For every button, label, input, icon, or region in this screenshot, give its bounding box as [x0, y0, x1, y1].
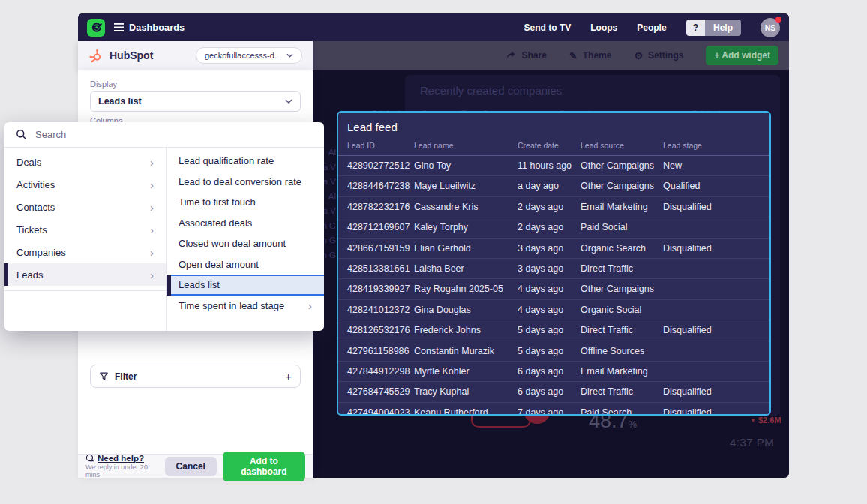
lead-cell [663, 218, 770, 238]
metric-item-closed-won-deal-amount[interactable]: Closed won deal amount [166, 233, 324, 254]
metric-label: Leads list [178, 279, 220, 290]
need-help-link[interactable]: Need help? [86, 454, 153, 464]
add-to-dashboard-button[interactable]: Add to dashboard [223, 452, 305, 482]
source-header: HubSpot geckofullaccesss-d... [78, 41, 313, 70]
topbar-link-people[interactable]: People [637, 22, 666, 33]
lead-cell: 428782232176 [338, 196, 414, 217]
lead-cell: Paid Search [580, 402, 663, 416]
metric-label: Time spent in lead stage [178, 300, 284, 311]
display-select[interactable]: Leads list [90, 91, 301, 112]
lead-cell: Frederick Johns [414, 320, 518, 340]
lead-cell: 428667159159 [338, 238, 414, 258]
lead-row: 427844912298Myrtle Kohler6 days agoEmail… [338, 362, 770, 382]
lead-cell: Direct Traffic [580, 382, 663, 402]
lead-cell: 427494004023 [338, 402, 414, 416]
metric-item-time-spent-in-lead-stage[interactable]: Time spent in lead stage› [166, 296, 324, 316]
filter-control[interactable]: Filter + [90, 364, 301, 388]
bg-clock: 4:37 PM [730, 436, 774, 448]
category-column: Deals›Activities›Contacts›Tickets›Compan… [4, 148, 166, 331]
metric-item-lead-qualification-rate[interactable]: Lead qualification rate [166, 151, 324, 172]
metric-label: Lead to deal conversion rate [178, 176, 302, 188]
lead-cell: Gino Toy [414, 156, 518, 176]
chevron-down-icon [285, 99, 292, 104]
lead-cell: 427684745529 [338, 382, 414, 402]
lead-cell: Disqualified [663, 402, 770, 416]
chat-bubble-icon [86, 454, 94, 463]
lead-cell: Maye Lueilwitz [414, 176, 518, 196]
triangle-down-icon: ▼ [750, 417, 756, 424]
divider [4, 290, 166, 291]
metric-label: Closed won deal amount [178, 238, 286, 249]
help-button[interactable]: Help [705, 20, 741, 36]
metric-item-leads-list[interactable]: Leads list [166, 274, 324, 296]
category-item-deals[interactable]: Deals› [4, 151, 166, 173]
settings-button[interactable]: ⚙ Settings [634, 50, 683, 61]
category-item-companies[interactable]: Companies› [4, 241, 166, 263]
lead-row: 428513381661Laisha Beer3 days agoDirect … [338, 259, 770, 279]
chevron-right-icon: › [150, 224, 154, 236]
category-label: Leads [16, 269, 43, 280]
category-item-activities[interactable]: Activities› [4, 173, 166, 196]
metric-item-lead-to-deal-conversion-rate[interactable]: Lead to deal conversion rate [166, 172, 324, 193]
avatar[interactable]: NS [760, 18, 780, 38]
geckoboard-logo[interactable] [87, 19, 105, 37]
lead-row: 428712169607Kaley Torphy2 days agoPaid S… [338, 218, 770, 238]
lead-cell: Disqualified [663, 382, 770, 402]
lead-cell: 428844647238 [338, 176, 414, 196]
lead-cell: 7 days ago [518, 402, 580, 416]
lead-cell: 428513381661 [338, 259, 414, 279]
lead-cell: Ray Rogahn 2025-05 [414, 279, 518, 299]
cancel-button[interactable]: Cancel [165, 457, 217, 476]
category-item-leads[interactable]: Leads› [4, 263, 166, 286]
bg-big-number-unit: % [628, 418, 638, 430]
share-button[interactable]: Share [506, 50, 546, 61]
lead-cell: Paid Social [580, 218, 663, 238]
chevron-right-icon: › [150, 157, 154, 168]
lead-cell: 6 days ago [518, 362, 580, 382]
lead-cell: 428712169607 [338, 218, 414, 238]
metric-item-associated-deals[interactable]: Associated deals [166, 213, 324, 234]
category-item-tickets[interactable]: Tickets› [4, 218, 166, 241]
config-footer: Need help? We reply in under 20 mins Can… [78, 454, 313, 478]
lead-cell: 428902772512 [338, 156, 414, 176]
lead-cell: 428419339927 [338, 279, 414, 299]
lead-cell: Laisha Beer [414, 259, 518, 279]
lead-cell: Email Marketing [580, 196, 663, 217]
metric-item-time-to-first-touch[interactable]: Time to first touch [166, 192, 324, 213]
lead-cell: 4 days ago [518, 299, 580, 320]
chevron-down-icon [286, 53, 293, 58]
category-label: Deals [16, 157, 41, 168]
topbar-nav: Send to TVLoopsPeople [524, 22, 667, 33]
lead-cell: Email Marketing [580, 362, 663, 382]
category-label: Companies [16, 247, 66, 258]
bg-delta-value: ▼ $2.6M [750, 416, 782, 424]
search-input[interactable] [35, 129, 313, 140]
account-selector[interactable]: geckofullaccesss-d... [196, 47, 302, 64]
lead-row: 427684745529Tracy Kuphal6 days agoDirect… [338, 382, 770, 402]
lead-row: 428667159159Elian Gerhold3 days agoOrgan… [338, 238, 770, 258]
lead-column-header: Lead name [414, 140, 518, 156]
lead-cell: a day ago [518, 176, 580, 196]
notification-dot [776, 16, 782, 22]
topbar-link-loops[interactable]: Loops [590, 22, 617, 33]
metric-item-open-deal-amount[interactable]: Open deal amount [166, 254, 324, 275]
question-button[interactable]: ? [686, 20, 705, 36]
hubspot-logo-icon [88, 49, 103, 63]
lead-cell: Constantin Murazik [414, 340, 518, 361]
category-item-contacts[interactable]: Contacts› [4, 196, 166, 218]
lead-column-header: Lead ID [338, 140, 414, 156]
lead-cell: Keanu Rutherford [414, 402, 518, 416]
lead-table-header-row: Lead IDLead nameCreate dateLead sourceLe… [338, 140, 770, 156]
lead-cell: 428241012372 [338, 299, 414, 320]
lead-column-header: Create date [518, 140, 580, 156]
help-control: ? Help [686, 20, 741, 36]
topbar-link-send-to-tv[interactable]: Send to TV [524, 22, 572, 33]
metric-label: Time to first touch [178, 196, 256, 208]
dashboards-menu[interactable]: Dashboards [114, 22, 184, 33]
theme-button[interactable]: ✎ Theme [569, 50, 612, 61]
add-filter-button[interactable]: + [285, 370, 292, 382]
dashboards-label: Dashboards [129, 22, 184, 33]
lead-cell: 2 days ago [518, 196, 580, 217]
display-label: Display [90, 80, 117, 88]
add-widget-button[interactable]: + Add widget [706, 46, 778, 65]
